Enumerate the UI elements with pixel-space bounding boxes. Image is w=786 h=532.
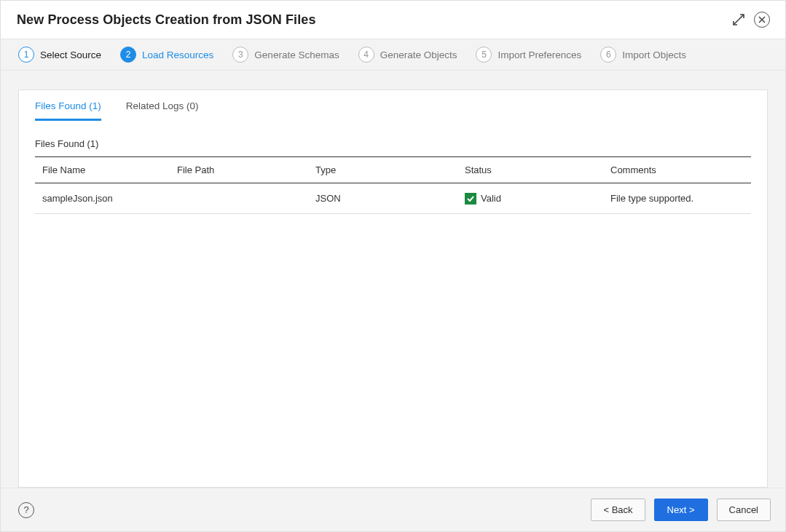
- step-number: 3: [232, 47, 248, 63]
- cell-file-path: [177, 193, 315, 205]
- back-button[interactable]: < Back: [591, 499, 645, 521]
- help-button[interactable]: ?: [18, 502, 34, 518]
- step-import-objects[interactable]: 6 Import Objects: [600, 47, 686, 63]
- dialog-title: New Process Objects Creation from JSON F…: [17, 12, 724, 28]
- tabbar: Files Found (1) Related Logs (0): [19, 90, 767, 121]
- col-comments: Comments: [610, 159, 751, 181]
- step-generate-schemas[interactable]: 3 Generate Schemas: [232, 47, 339, 63]
- step-number: 5: [476, 47, 492, 63]
- step-label: Load Resources: [142, 49, 213, 60]
- next-button[interactable]: Next >: [654, 499, 708, 521]
- col-type: Type: [315, 159, 465, 181]
- step-label: Import Preferences: [498, 49, 581, 60]
- col-file-name: File Name: [35, 159, 177, 181]
- status-text: Valid: [481, 193, 501, 204]
- step-label: Generate Schemas: [254, 49, 339, 60]
- step-number: 1: [18, 47, 34, 63]
- section-title: Files Found (1): [19, 121, 767, 156]
- step-label: Import Objects: [622, 49, 686, 60]
- col-file-path: File Path: [177, 159, 315, 181]
- expand-icon[interactable]: [730, 11, 747, 28]
- step-load-resources[interactable]: 2 Load Resources: [120, 47, 213, 63]
- close-icon: [754, 12, 770, 28]
- tab-files-found[interactable]: Files Found (1): [35, 100, 101, 121]
- dialog: New Process Objects Creation from JSON F…: [0, 0, 786, 532]
- step-label: Select Source: [40, 49, 101, 60]
- cell-file-name: sampleJson.json: [35, 187, 177, 210]
- tab-related-logs[interactable]: Related Logs (0): [126, 100, 199, 121]
- dialog-body: Files Found (1) Related Logs (0) Files F…: [1, 71, 785, 488]
- step-import-preferences[interactable]: 5 Import Preferences: [476, 47, 581, 63]
- step-label: Generate Objects: [380, 49, 457, 60]
- content-panel: Files Found (1) Related Logs (0) Files F…: [18, 90, 768, 488]
- dialog-footer: ? < Back Next > Cancel: [1, 488, 785, 531]
- cell-type: JSON: [315, 187, 465, 210]
- cancel-button[interactable]: Cancel: [717, 499, 771, 521]
- step-number: 2: [120, 47, 136, 63]
- table-row[interactable]: sampleJson.json JSON Valid File type sup…: [35, 183, 751, 214]
- table-header-row: File Name File Path Type Status Comments: [35, 157, 751, 183]
- checkmark-icon: [465, 193, 476, 205]
- step-select-source[interactable]: 1 Select Source: [18, 47, 101, 63]
- help-icon: ?: [23, 504, 28, 515]
- col-status: Status: [465, 159, 610, 181]
- step-generate-objects[interactable]: 4 Generate Objects: [358, 47, 457, 63]
- close-button[interactable]: [753, 11, 771, 28]
- wizard-stepper: 1 Select Source 2 Load Resources 3 Gener…: [1, 39, 785, 71]
- step-number: 4: [358, 47, 374, 63]
- dialog-header: New Process Objects Creation from JSON F…: [1, 1, 785, 39]
- cell-status: Valid: [465, 187, 610, 210]
- step-number: 6: [600, 47, 616, 63]
- cell-comments: File type supported.: [610, 187, 751, 210]
- files-table: File Name File Path Type Status Comments…: [35, 156, 751, 214]
